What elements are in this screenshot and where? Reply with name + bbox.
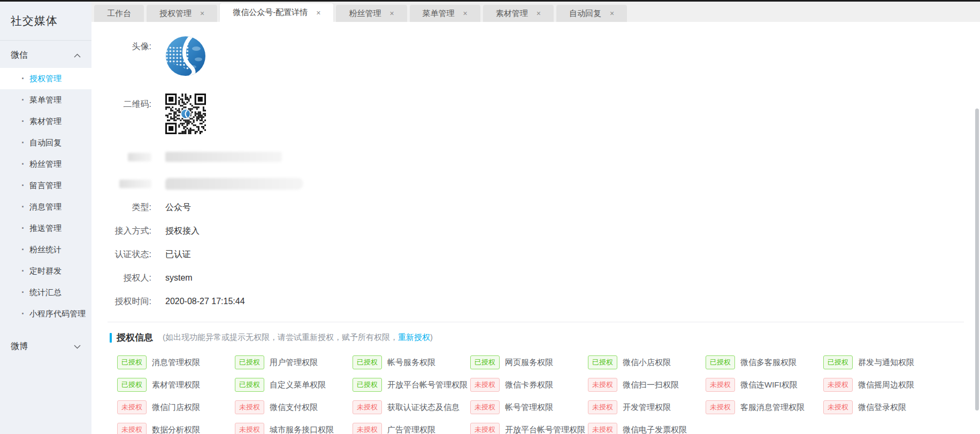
permission-item: 已授权 微信多客服权限 — [706, 355, 823, 369]
permission-status-tag: 未授权 — [588, 400, 617, 414]
sidebar-menu-item-label: 留言管理 — [29, 181, 62, 191]
permission-status-tag: 已授权 — [706, 355, 735, 369]
permission-status-tag: 已授权 — [353, 355, 382, 369]
permission-item: 已授权 消息管理权限 — [117, 355, 235, 369]
redacted-row — [91, 152, 980, 164]
permission-status-tag: 已授权 — [235, 378, 264, 392]
permission-item: 已授权 帐号服务权限 — [353, 355, 470, 369]
info-field-label: 类型: — [91, 202, 151, 213]
permission-status-tag: 未授权 — [235, 400, 264, 414]
permission-name: 微信小店权限 — [623, 358, 671, 368]
tab-label: 菜单管理 — [423, 9, 455, 19]
redacted-label-smudge — [119, 180, 151, 188]
permission-status-tag: 未授权 — [706, 378, 735, 392]
tab[interactable]: 微信公众号-配置详情 — [220, 3, 333, 22]
tab[interactable]: 粉丝管理 — [336, 5, 407, 22]
sidebar-menu-item-label: 授权管理 — [29, 74, 62, 84]
permission-name: 广告管理权限 — [387, 425, 435, 434]
permission-name: 微信门店权限 — [152, 402, 200, 413]
permission-item: 未授权 微信电子发票权限 — [588, 423, 706, 434]
info-field-label: 接入方式: — [91, 226, 151, 237]
sidebar-menu-item[interactable]: 粉丝统计 — [0, 239, 91, 260]
tab-close-icon[interactable] — [537, 10, 541, 17]
info-field: 授权人: system — [91, 273, 980, 283]
permission-item: 已授权 微信小店权限 — [588, 355, 706, 369]
sidebar-menu-item[interactable]: 定时群发 — [0, 260, 91, 282]
section-divider — [108, 322, 964, 322]
sidebar-menu-item[interactable]: 授权管理 — [0, 68, 91, 89]
bullet-icon — [21, 223, 29, 234]
reauthorize-link[interactable]: 重新授权 — [398, 332, 430, 342]
bullet-icon — [21, 244, 29, 255]
redacted-value-smudge — [165, 178, 303, 190]
permission-status-tag: 未授权 — [353, 423, 382, 434]
tab-close-icon[interactable] — [463, 10, 468, 17]
permission-item: 已授权 自定义菜单权限 — [235, 378, 353, 392]
redacted-row — [91, 178, 980, 192]
qrcode-label: 二维码: — [91, 94, 151, 110]
permission-item: 未授权 微信支付权限 — [235, 400, 353, 414]
sidebar-menu-item[interactable]: 菜单管理 — [0, 89, 91, 111]
tab-close-icon[interactable] — [389, 10, 394, 17]
permission-status-tag: 未授权 — [823, 400, 853, 414]
permission-name: 城市服务接口权限 — [270, 425, 334, 434]
tab-label: 授权管理 — [159, 9, 192, 19]
sidebar-menu-item[interactable]: 粉丝管理 — [0, 153, 91, 175]
tab[interactable]: 菜单管理 — [410, 5, 480, 22]
sidebar-menu-item-label: 素材管理 — [29, 117, 62, 127]
bullet-icon — [21, 308, 29, 320]
tab[interactable]: 素材管理 — [483, 5, 554, 22]
tab[interactable]: 自动回复 — [556, 5, 627, 22]
redacted-label-smudge — [128, 153, 151, 161]
tab-label: 粉丝管理 — [349, 9, 381, 19]
permission-status-tag: 未授权 — [235, 423, 264, 434]
permission-name: 素材管理权限 — [152, 380, 200, 390]
vertical-scrollbar[interactable] — [975, 108, 979, 410]
sidebar-menu-item[interactable]: 素材管理 — [0, 111, 91, 132]
tab-close-icon[interactable] — [200, 10, 204, 17]
permission-status-tag: 未授权 — [117, 423, 147, 434]
sidebar-group-wechat-label: 微信 — [11, 50, 28, 61]
permission-name: 帐号服务权限 — [387, 358, 435, 368]
sidebar-menu-item[interactable]: 统计汇总 — [0, 282, 91, 303]
avatar — [165, 36, 206, 76]
permission-status-tag: 未授权 — [117, 400, 147, 414]
permission-name: 客服消息管理权限 — [740, 402, 805, 413]
permission-status-tag: 已授权 — [588, 355, 617, 369]
tab-bar: 工作台 授权管理 微信公众号-配置详情 粉丝管理 菜单管理 素材管理 — [91, 2, 980, 22]
sidebar-menu-item[interactable]: 小程序代码管理 — [0, 303, 91, 324]
section-note: (如出现功能异常或提示无权限，请尝试重新授权，赋予所有权限，重新授权) — [163, 332, 433, 343]
permission-name: 微信登录权限 — [858, 402, 906, 413]
permission-name: 微信摇周边权限 — [858, 380, 914, 390]
tab[interactable]: 授权管理 — [147, 5, 217, 22]
sidebar-menu-item-label: 粉丝统计 — [29, 245, 62, 255]
sidebar-menu-item[interactable]: 推送管理 — [0, 218, 91, 239]
bullet-icon — [21, 95, 29, 106]
sidebar-menu-item[interactable]: 消息管理 — [0, 196, 91, 218]
tab-close-icon[interactable] — [316, 9, 320, 17]
permission-name: 微信连WIFI权限 — [740, 380, 798, 390]
permission-name: 微信多客服权限 — [740, 358, 797, 368]
sidebar-menu-item[interactable]: 自动回复 — [0, 132, 91, 153]
sidebar-menu-item-label: 消息管理 — [29, 202, 62, 212]
section-note-prefix: (如出现功能异常或提示无权限，请尝试重新授权，赋予所有权限， — [163, 332, 398, 342]
info-field-label: 授权时间: — [91, 296, 151, 307]
permissions-grid: 已授权 消息管理权限 已授权 用户管理权限 已授权 帐号服务权限 已授权 网页服… — [117, 355, 980, 434]
sidebar-menu-item[interactable]: 留言管理 — [0, 175, 91, 196]
section-accent-bar — [110, 333, 112, 343]
permission-name: 自定义菜单权限 — [270, 380, 326, 390]
chevron-up-icon — [74, 53, 81, 58]
sidebar-menu-item-label: 推送管理 — [29, 223, 62, 234]
permission-name: 网页服务权限 — [505, 358, 553, 368]
bullet-icon — [21, 180, 29, 191]
info-field: 授权时间: 2020-08-27 17:15:44 — [91, 296, 980, 307]
tab-close-icon[interactable] — [610, 10, 614, 17]
permission-status-tag: 未授权 — [588, 423, 617, 434]
permission-item: 未授权 微信摇周边权限 — [823, 378, 941, 392]
tab-label: 自动回复 — [569, 9, 601, 19]
tab[interactable]: 工作台 — [94, 5, 144, 22]
permission-item: 未授权 微信扫一扫权限 — [588, 378, 706, 392]
permission-item: 未授权 微信连WIFI权限 — [706, 378, 823, 392]
sidebar-group-weibo[interactable]: 微博 — [0, 332, 91, 359]
sidebar-group-wechat[interactable]: 微信 — [0, 41, 91, 68]
